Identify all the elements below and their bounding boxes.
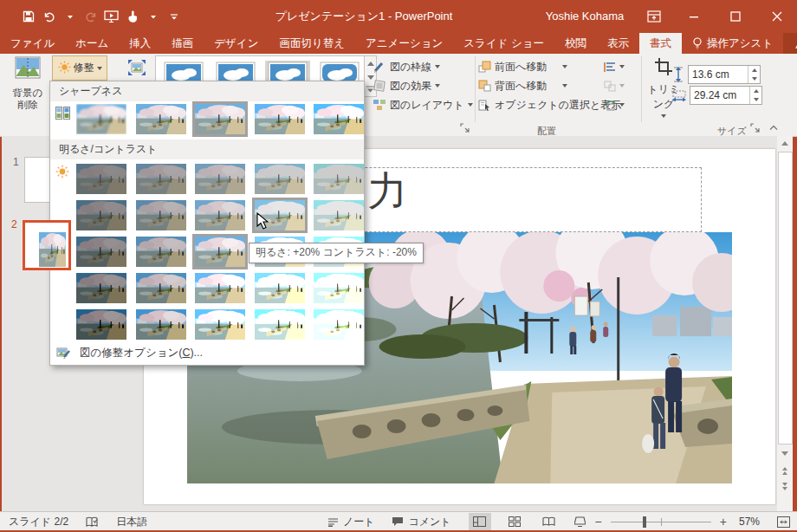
touch-mode-dropdown-icon[interactable] xyxy=(144,7,163,26)
tab-transitions[interactable]: 画面切り替え xyxy=(269,33,355,54)
sharpness-thumb-3[interactable] xyxy=(195,104,245,134)
tab-slideshow[interactable]: スライド ショー xyxy=(453,33,554,54)
tab-view[interactable]: 表示 xyxy=(597,33,639,54)
fit-to-window-icon[interactable] xyxy=(768,512,797,531)
compress-pictures-button[interactable] xyxy=(126,57,148,78)
corrections-dropdown: シャープネス 明るさ/コントラスト 図の修整オプション(C)... xyxy=(49,81,365,366)
undo-icon[interactable] xyxy=(40,7,59,26)
customize-qat-icon[interactable] xyxy=(165,7,184,26)
bc-thumb-r4-c1[interactable] xyxy=(76,273,126,303)
bc-thumb-r4-c4[interactable] xyxy=(255,273,305,303)
selection-pane-icon xyxy=(478,99,491,112)
zoom-slider-thumb[interactable] xyxy=(643,516,646,528)
bc-thumb-r4-c3[interactable] xyxy=(195,273,245,303)
zoom-in-button[interactable]: + xyxy=(716,512,730,531)
slide2-thumbnail[interactable] xyxy=(23,220,71,270)
start-slideshow-icon[interactable] xyxy=(102,7,121,26)
bc-thumb-r5-c3[interactable] xyxy=(195,309,245,340)
scroll-down-icon[interactable] xyxy=(777,446,793,461)
picture-border-button[interactable]: 図の枠線 xyxy=(373,59,473,75)
shape-width-field[interactable]: 29.24 cm xyxy=(690,86,762,105)
view-reading-button[interactable] xyxy=(538,513,560,530)
bc-thumb-r5-c2[interactable] xyxy=(136,309,186,340)
scrollbar-thumb[interactable] xyxy=(778,152,793,444)
bc-thumb-r2-c1[interactable] xyxy=(76,200,126,230)
picture-effects-button[interactable]: 図の効果 xyxy=(373,78,473,94)
view-normal-button[interactable] xyxy=(469,513,491,530)
corrections-button[interactable]: 修整 xyxy=(52,55,107,81)
width-down-icon[interactable] xyxy=(750,95,761,104)
size-dialog-launcher-icon[interactable] xyxy=(750,123,761,133)
zoom-out-button[interactable]: − xyxy=(592,512,606,531)
shape-height-field[interactable]: 13.6 cm xyxy=(688,65,761,84)
collapse-ribbon-icon[interactable] xyxy=(769,123,778,133)
tab-assist[interactable]: 操作アシスト xyxy=(682,33,783,54)
bc-thumb-r2-c5[interactable] xyxy=(314,200,364,230)
bc-thumb-r3-c3[interactable] xyxy=(195,237,245,267)
send-backward-button[interactable]: 背面へ移動 xyxy=(478,78,621,94)
save-icon[interactable] xyxy=(19,7,38,26)
bc-thumb-r1-c2[interactable] xyxy=(136,164,186,194)
sharpness-thumb-4[interactable] xyxy=(255,104,305,134)
ribbon-tab-bar: ファイルホーム挿入描画デザイン画面切り替えアニメーションスライド ショー校閲表示… xyxy=(0,33,797,54)
tab-share[interactable]: 共有 xyxy=(783,33,797,54)
bc-thumb-r4-c5[interactable] xyxy=(314,273,364,303)
styles-dialog-launcher-icon[interactable] xyxy=(460,123,470,133)
view-slideshow-button[interactable] xyxy=(569,513,592,530)
brightness-contrast-header: 明るさ/コントラスト xyxy=(50,139,364,159)
touch-mode-icon[interactable] xyxy=(123,7,142,26)
tab-animations[interactable]: アニメーション xyxy=(355,33,453,54)
language-indicator[interactable]: 日本語 xyxy=(107,512,156,531)
sharpness-thumb-2[interactable] xyxy=(136,104,186,134)
spellcheck-icon[interactable] xyxy=(77,512,107,531)
picture-layout-button[interactable]: 図のレイアウト xyxy=(373,97,473,113)
notes-button[interactable]: ノート xyxy=(319,512,384,531)
zoom-slider[interactable] xyxy=(611,513,711,530)
ribbon-display-options-icon[interactable] xyxy=(639,5,669,28)
width-up-icon[interactable] xyxy=(750,87,761,95)
bc-thumb-r2-c2[interactable] xyxy=(136,200,186,230)
view-slide-sorter-button[interactable] xyxy=(503,513,526,530)
align-icon xyxy=(604,62,616,73)
tab-format[interactable]: 書式 xyxy=(639,33,682,54)
height-down-icon[interactable] xyxy=(748,75,760,83)
maximize-button[interactable] xyxy=(721,5,750,28)
previous-slide-icon[interactable] xyxy=(777,464,793,478)
height-up-icon[interactable] xyxy=(748,66,760,75)
align-button[interactable] xyxy=(604,59,625,75)
tab-draw[interactable]: 描画 xyxy=(161,33,204,54)
comments-button[interactable]: コメント xyxy=(383,512,459,531)
bc-thumb-r5-c4[interactable] xyxy=(255,309,305,340)
bc-thumb-r2-c3[interactable] xyxy=(195,200,245,230)
bc-thumb-r1-c1[interactable] xyxy=(76,164,126,194)
bc-thumb-r5-c5[interactable] xyxy=(314,309,364,340)
bc-thumb-r1-c3[interactable] xyxy=(195,164,245,194)
tab-design[interactable]: デザイン xyxy=(204,33,269,54)
undo-dropdown-icon[interactable] xyxy=(61,7,80,26)
picture-corrections-options-item[interactable]: 図の修整オプション(C)... xyxy=(50,341,364,364)
bc-thumb-r1-c5[interactable] xyxy=(314,164,364,194)
scroll-up-icon[interactable] xyxy=(777,136,793,151)
vertical-scrollbar[interactable] xyxy=(777,136,793,511)
slide-indicator[interactable]: スライド 2/2 xyxy=(0,512,77,531)
tab-file[interactable]: ファイル xyxy=(0,33,65,54)
sharpness-thumb-5[interactable] xyxy=(314,104,364,134)
bc-thumb-r3-c1[interactable] xyxy=(76,237,126,267)
bc-thumb-r1-c4[interactable] xyxy=(255,164,305,194)
close-button[interactable] xyxy=(762,5,792,28)
rotate-button[interactable] xyxy=(604,97,625,113)
tab-home[interactable]: ホーム xyxy=(65,33,119,54)
bc-thumb-r3-c2[interactable] xyxy=(136,237,186,267)
minimize-button[interactable] xyxy=(679,5,709,28)
remove-background-button[interactable]: 背景の削除 xyxy=(5,56,50,124)
next-slide-icon[interactable] xyxy=(777,479,793,494)
bring-forward-button[interactable]: 前面へ移動 xyxy=(478,59,621,75)
tab-insert[interactable]: 挿入 xyxy=(119,33,161,54)
zoom-percent[interactable]: 57% xyxy=(730,512,768,531)
bc-thumb-r4-c2[interactable] xyxy=(136,273,186,303)
sharpness-thumb-1[interactable] xyxy=(76,104,126,134)
pen-icon xyxy=(373,60,386,74)
selection-pane-button[interactable]: オブジェクトの選択と表示 xyxy=(478,97,621,113)
bc-thumb-r5-c1[interactable] xyxy=(76,309,126,340)
tab-review[interactable]: 校閲 xyxy=(554,33,597,54)
